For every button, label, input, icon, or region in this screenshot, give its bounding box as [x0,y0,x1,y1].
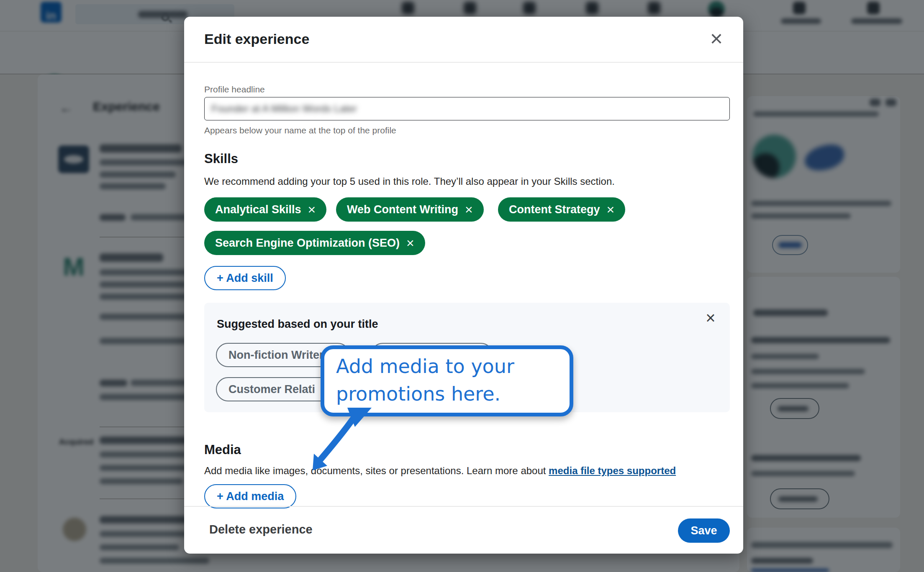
callout-text-line2: promotions here. [336,380,558,408]
skill-pill-analytical-skills[interactable]: Analytical Skills × [204,197,326,222]
skill-pill-web-content-writing[interactable]: Web Content Writing × [336,197,484,222]
remove-skill-icon[interactable]: × [406,236,414,250]
skill-pill-label: Web Content Writing [347,203,458,216]
suggested-pill-label: Customer Relati [228,383,315,396]
modal-title: Edit experience [204,31,309,47]
remove-skill-icon[interactable]: × [308,203,316,216]
add-skill-button[interactable]: + Add skill [204,266,286,290]
remove-skill-icon[interactable]: × [607,203,615,216]
skill-pill-label: Content Strategy [509,203,600,216]
edit-experience-modal: Edit experience × Profile headline Found… [184,17,743,554]
profile-headline-label: Profile headline [204,84,265,94]
save-button[interactable]: Save [678,518,730,543]
profile-headline-input[interactable]: Founder at A Million Words Later [204,97,730,120]
modal-header: Edit experience × [184,17,743,63]
skill-pill-seo[interactable]: Search Engine Optimization (SEO) × [204,231,425,255]
profile-headline-helper: Appears below your name at the top of th… [204,125,396,135]
dismiss-suggestions-icon[interactable]: × [702,309,719,326]
media-heading: Media [204,442,241,457]
media-description: Add media like images, documents, sites … [204,465,676,477]
callout-text-line1: Add media to your [336,352,558,380]
callout-bubble: Add media to your promotions here. [321,345,573,416]
profile-headline-value: Founder at A Million Words Later [211,103,357,115]
suggested-heading: Suggested based on your title [217,318,378,331]
modal-footer: Delete experience Save [184,506,743,554]
skill-pill-label: Search Engine Optimization (SEO) [215,237,400,250]
remove-skill-icon[interactable]: × [465,203,473,216]
callout-arrow-icon [289,408,385,483]
skill-pill-content-strategy[interactable]: Content Strategy × [498,197,625,222]
delete-experience-button[interactable]: Delete experience [209,523,313,536]
add-media-button[interactable]: + Add media [204,484,296,508]
skill-pill-label: Analytical Skills [215,203,301,216]
skills-description: We recommend adding your top 5 used in t… [204,176,615,187]
skills-heading: Skills [204,151,238,166]
close-icon[interactable]: × [704,26,729,51]
suggested-pill-label: Non-fiction Writer [228,349,323,362]
media-file-types-link[interactable]: media file types supported [549,465,676,476]
